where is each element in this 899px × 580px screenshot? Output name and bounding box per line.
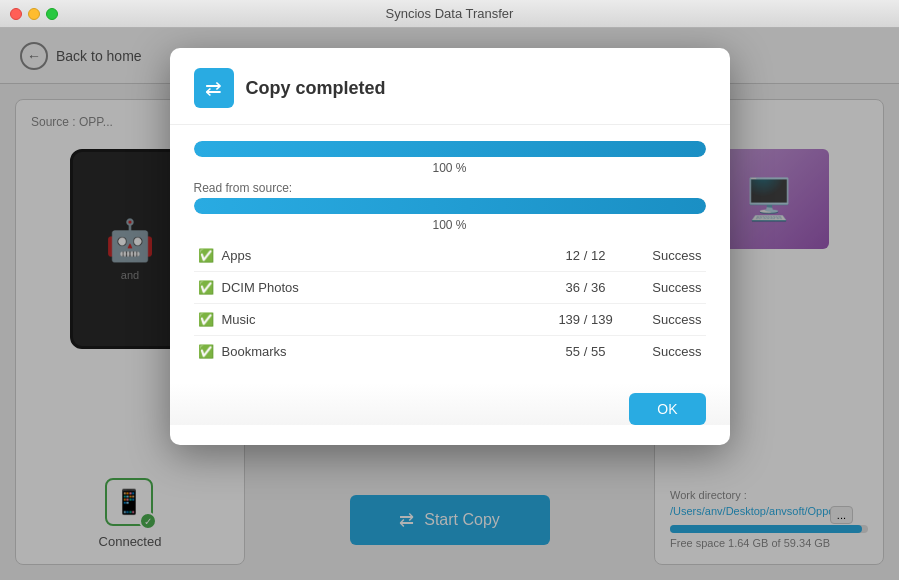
app-area: ← Back to home Source : OPP... 🤖 and 📱 ✓: [0, 28, 899, 580]
minimize-button[interactable]: [28, 8, 40, 20]
item-name: Music: [218, 304, 546, 336]
table-row: ✅ DCIM Photos 36 / 36 Success: [194, 272, 706, 304]
close-button[interactable]: [10, 8, 22, 20]
item-count: 36 / 36: [546, 272, 626, 304]
progress-bar-2-bg: [194, 198, 706, 214]
maximize-button[interactable]: [46, 8, 58, 20]
progress-bar-1-bg: [194, 141, 706, 157]
item-name: Apps: [218, 240, 546, 272]
modal-header: ⇄ Copy completed: [170, 48, 730, 125]
item-name: DCIM Photos: [218, 272, 546, 304]
item-count: 55 / 55: [546, 336, 626, 368]
item-check-icon: ✅: [194, 272, 218, 304]
item-status: Success: [626, 304, 706, 336]
read-from-label: Read from source:: [194, 181, 706, 195]
app-title: Syncios Data Transfer: [386, 6, 514, 21]
item-status: Success: [626, 272, 706, 304]
item-status: Success: [626, 336, 706, 368]
modal-title: Copy completed: [246, 78, 386, 99]
progress-1-percent: 100 %: [194, 161, 706, 175]
item-name: Bookmarks: [218, 336, 546, 368]
table-row: ✅ Bookmarks 55 / 55 Success: [194, 336, 706, 368]
modal-dialog: ⇄ Copy completed 100 % Read from source:: [170, 48, 730, 445]
modal-footer: OK: [170, 383, 730, 425]
progress-bar-1-fill: [194, 141, 706, 157]
title-bar: Syncios Data Transfer: [0, 0, 899, 28]
item-count: 12 / 12: [546, 240, 626, 272]
progress-bar-1-wrap: [194, 141, 706, 157]
progress-bar-2-fill: [194, 198, 706, 214]
item-check-icon: ✅: [194, 336, 218, 368]
window-controls: [10, 8, 58, 20]
table-row: ✅ Music 139 / 139 Success: [194, 304, 706, 336]
item-check-icon: ✅: [194, 304, 218, 336]
progress-bar-2-wrap: [194, 198, 706, 214]
item-status: Success: [626, 240, 706, 272]
progress-2-percent: 100 %: [194, 218, 706, 232]
item-count: 139 / 139: [546, 304, 626, 336]
ok-button[interactable]: OK: [629, 393, 705, 425]
item-check-icon: ✅: [194, 240, 218, 272]
items-table: ✅ Apps 12 / 12 Success ✅ DCIM Photos 36 …: [194, 240, 706, 367]
modal-body: 100 % Read from source: 100 % ✅ Apps 12 …: [170, 125, 730, 383]
modal-overlay: ⇄ Copy completed 100 % Read from source:: [0, 28, 899, 580]
modal-icon: ⇄: [194, 68, 234, 108]
table-row: ✅ Apps 12 / 12 Success: [194, 240, 706, 272]
